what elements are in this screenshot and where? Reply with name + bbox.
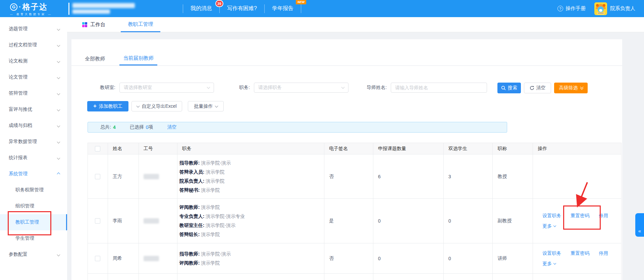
search-button[interactable]: 搜索 [497, 83, 521, 93]
duty-line: 评阅教师: 演示学院 [179, 203, 220, 212]
clear-button[interactable]: 清空 [524, 83, 551, 93]
empty-cell [324, 274, 373, 280]
manual-link[interactable]: ? 操作手册 [557, 5, 586, 12]
select-all-checkbox[interactable] [95, 146, 100, 151]
esign-cell: 否 [324, 154, 373, 198]
collapse-panel-handle[interactable]: « [635, 213, 644, 237]
tab-staff-management-label: 教职工管理 [128, 21, 153, 28]
nav-my-messages[interactable]: 我的消息 39 [183, 5, 219, 12]
logo[interactable]: G · 格子达 — 教育大数据专家 — [10, 2, 52, 16]
duty-label: 教研室主任: [179, 223, 205, 228]
staff-id-redacted [144, 174, 159, 179]
sidebar-item-label: 论文管理 [9, 74, 28, 80]
actions-cell [533, 154, 621, 198]
sidebar-item-组织管理[interactable]: 组织管理 [0, 198, 67, 214]
user-menu[interactable]: 院系负责人 [594, 2, 635, 15]
nav-writing-help[interactable]: 写作有困难? [220, 5, 264, 12]
tab-all-teachers-label: 全部教师 [85, 56, 105, 62]
selected-label: 已选择 [130, 124, 144, 130]
more-actions-link[interactable]: 更多 [542, 259, 556, 269]
duties-cell: 指导教师: 演示学院-演示答辩录入员: 演示学院院系负责人: 演示学院答辩秘书:… [177, 154, 324, 198]
sidebar-item-异常数据管理[interactable]: 异常数据管理 [0, 134, 67, 150]
sidebar-item-成绩与归档[interactable]: 成绩与归档 [0, 118, 67, 134]
sidebar-item-统计报表[interactable]: 统计报表 [0, 150, 67, 166]
tab-workbench[interactable]: 工作台 [82, 17, 105, 32]
add-staff-button[interactable]: + 添加教职工 [87, 101, 128, 111]
action-link-停用[interactable]: 停用 [599, 248, 608, 259]
staff-id-cell [139, 154, 177, 198]
action-link-设置职务[interactable]: 设置职务 [542, 211, 561, 221]
sidebar-item-过程文档管理[interactable]: 过程文档管理 [0, 37, 67, 53]
school-name-redacted [72, 3, 135, 8]
logo-icon: G [10, 3, 17, 11]
duty-value: 演示学院 [200, 260, 220, 266]
column-header-姓名: 姓名 [108, 143, 139, 154]
duty-label: 答辩录入员: [179, 169, 205, 175]
row-checkbox[interactable] [95, 174, 100, 179]
tab-workbench-label: 工作台 [90, 21, 105, 28]
teaching-office-select[interactable]: 请选择教研室 [119, 83, 214, 93]
clear-selection-link[interactable]: 清空 [167, 124, 176, 130]
column-header-双选学生: 双选学生 [444, 143, 493, 154]
action-link-停用[interactable]: 停用 [599, 211, 608, 221]
batch-operation-button[interactable]: 批量操作 [188, 101, 224, 111]
action-link-重置密码[interactable]: 重置密码 [571, 211, 589, 221]
double-angle-left-icon: « [638, 228, 641, 234]
duty-select[interactable]: 请选择职务 [254, 83, 348, 93]
chevron-down-icon [57, 43, 60, 47]
advanced-filter-button[interactable]: 高级筛选 [554, 83, 588, 93]
chevron-down-icon [207, 86, 210, 89]
staff-id-cell [139, 199, 177, 243]
more-actions-link[interactable]: 更多 [542, 221, 556, 231]
sidebar-item-学生管理[interactable]: 学生管理 [0, 230, 67, 246]
table-row-partial [88, 274, 621, 280]
nav-annual-report[interactable]: 学年报告 NEW [265, 5, 301, 12]
brand-tagline: — 教育大数据专家 — [10, 12, 52, 16]
esign-cell: 是 [324, 199, 373, 243]
sidebar-item-参数配置[interactable]: 参数配置 [0, 246, 67, 263]
tutor-name-input[interactable] [391, 83, 487, 93]
tab-staff-management[interactable]: 教职工管理 [121, 17, 160, 32]
sidebar-item-论文检测[interactable]: 论文检测 [0, 53, 67, 69]
total-count: 4 [113, 125, 116, 130]
sidebar-item-教职工管理[interactable]: 教职工管理 [0, 214, 67, 230]
sidebar-item-系统管理[interactable]: 系统管理 [0, 166, 67, 182]
sidebar-item-论文管理[interactable]: 论文管理 [0, 69, 67, 85]
title-cell: 讲师 [493, 243, 533, 273]
tab-current-session-teachers[interactable]: 当前届别教师 [119, 52, 157, 65]
tab-all-teachers[interactable]: 全部教师 [85, 52, 105, 65]
duty-label: 评阅教师: [179, 260, 200, 266]
action-link-重置密码[interactable]: 重置密码 [571, 248, 589, 259]
sidebar-item-盲评与推优[interactable]: 盲评与推优 [0, 101, 67, 118]
search-button-label: 搜索 [508, 85, 517, 91]
sidebar-item-label: 选题管理 [9, 26, 28, 32]
row-checkbox[interactable] [95, 256, 100, 261]
action-link-设置职务[interactable]: 设置职务 [542, 248, 561, 259]
manual-label: 操作手册 [566, 5, 586, 12]
tab-current-session-teachers-label: 当前届别教师 [123, 55, 154, 61]
actions-cell: 设置职务重置密码停用更多 [533, 243, 621, 273]
selected-count: 0 [146, 125, 149, 130]
sidebar-item-职务权限管理[interactable]: 职务权限管理 [0, 182, 67, 198]
staff-id-redacted [144, 218, 159, 224]
duty-label: 指导教师: [179, 160, 200, 166]
table-row-王方: 王方指导教师: 演示学院-演示答辩录入员: 演示学院院系负责人: 演示学院答辩秘… [88, 154, 621, 199]
row-checkbox[interactable] [95, 218, 100, 224]
more-label: 更多 [542, 221, 552, 231]
export-excel-button[interactable]: 自定义导出Excel [131, 101, 182, 111]
empty-cell [108, 274, 139, 280]
nav-writing-help-label: 写作有困难? [227, 5, 257, 11]
sidebar-item-label: 过程文档管理 [9, 42, 37, 48]
sidebar-item-选题管理[interactable]: 选题管理 [0, 21, 67, 37]
staff-id-cell [139, 243, 177, 273]
empty-cell [533, 274, 621, 280]
nav-my-messages-label: 我的消息 [191, 5, 212, 11]
duty-value: 演示学院-演示 [204, 223, 235, 228]
duty-line: 指导教师: 演示学院-演示 [179, 158, 231, 168]
chevron-down-icon [57, 156, 60, 159]
table-row-周希: 周希指导教师: 演示学院-演示评阅教师: 演示学院否00讲师设置职务重置密码停用… [88, 243, 621, 274]
duty-placeholder: 请选择职务 [258, 85, 282, 91]
duty-value: 演示学院 [200, 187, 220, 193]
topic-count-cell: 0 [373, 243, 444, 273]
sidebar-item-答辩管理[interactable]: 答辩管理 [0, 85, 67, 101]
